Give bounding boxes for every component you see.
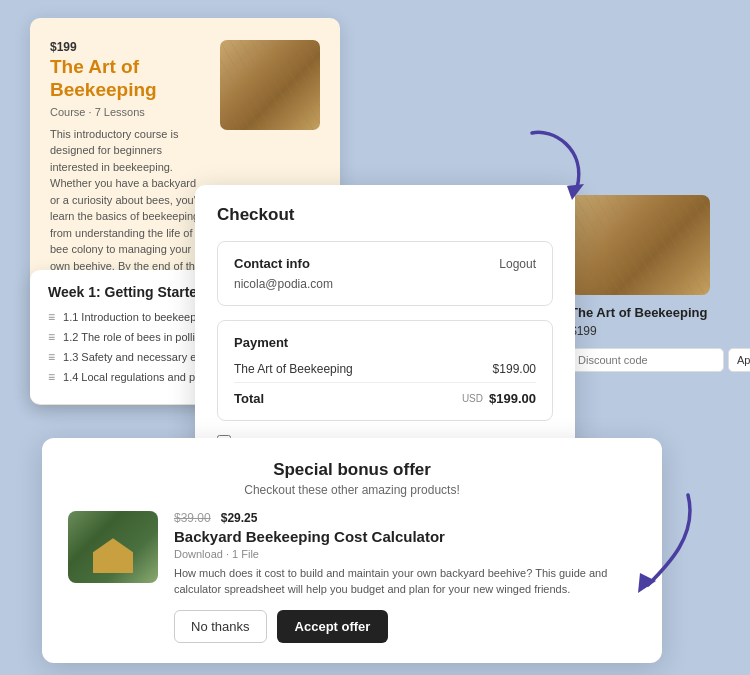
bonus-product-title: Backyard Beekeeping Cost Calculator	[174, 528, 636, 545]
apply-discount-button[interactable]: Apply	[728, 348, 750, 372]
total-amount-group: USD $199.00	[462, 391, 536, 406]
checkout-product-price: $199	[570, 324, 710, 338]
discount-input[interactable]	[570, 348, 724, 372]
arrow-1-icon	[512, 118, 602, 208]
bonus-subtitle: Checkout these other amazing products!	[68, 483, 636, 497]
payment-label: Payment	[234, 335, 536, 350]
course-title: The Art of Beekeeping	[50, 56, 206, 102]
bonus-content: $39.00 $29.25 Backyard Beekeeping Cost C…	[68, 511, 636, 643]
logout-link[interactable]: Logout	[499, 257, 536, 271]
bonus-new-price: $29.25	[221, 511, 258, 525]
course-price: $199	[50, 40, 206, 54]
checkout-product-image	[570, 195, 710, 295]
payment-total-row: Total USD $199.00	[234, 382, 536, 406]
payment-item-row: The Art of Beekeeping $199.00	[234, 362, 536, 376]
bonus-header: Special bonus offer Checkout these other…	[68, 460, 636, 497]
bonus-title: Special bonus offer	[68, 460, 636, 480]
checkout-product-title: The Art of Beekeeping	[570, 305, 710, 320]
payment-section: Payment The Art of Beekeeping $199.00 To…	[217, 320, 553, 421]
bonus-product-image	[68, 511, 158, 583]
contact-info-label: Contact info Logout	[234, 256, 536, 271]
no-thanks-button[interactable]: No thanks	[174, 610, 267, 643]
payment-item-name: The Art of Beekeeping	[234, 362, 353, 376]
payment-item-price: $199.00	[493, 362, 536, 376]
course-meta: Course · 7 Lessons	[50, 106, 206, 118]
contact-info-section: Contact info Logout nicola@podia.com	[217, 241, 553, 306]
checkout-product-panel: The Art of Beekeeping $199 Apply	[570, 195, 710, 372]
currency-badge: USD	[462, 393, 483, 404]
discount-row: Apply	[570, 348, 710, 372]
checkout-title: Checkout	[217, 205, 553, 225]
list-icon-3: ≡	[48, 350, 55, 364]
svg-marker-0	[567, 184, 584, 200]
bonus-prices: $39.00 $29.25	[174, 511, 636, 525]
svg-marker-1	[638, 573, 656, 593]
list-icon-1: ≡	[48, 310, 55, 324]
contact-email: nicola@podia.com	[234, 277, 536, 291]
bonus-buttons: No thanks Accept offer	[174, 610, 636, 643]
accept-offer-button[interactable]: Accept offer	[277, 610, 389, 643]
bonus-product-meta: Download · 1 File	[174, 548, 636, 560]
list-icon-4: ≡	[48, 370, 55, 384]
list-icon-2: ≡	[48, 330, 55, 344]
bonus-details: $39.00 $29.25 Backyard Beekeeping Cost C…	[174, 511, 636, 643]
total-amount: $199.00	[489, 391, 536, 406]
bonus-old-price: $39.00	[174, 511, 211, 525]
course-image	[220, 40, 320, 130]
total-label: Total	[234, 391, 264, 406]
arrow-2-icon	[618, 485, 708, 595]
bonus-card: Special bonus offer Checkout these other…	[42, 438, 662, 663]
bonus-description: How much does it cost to build and maint…	[174, 566, 636, 598]
